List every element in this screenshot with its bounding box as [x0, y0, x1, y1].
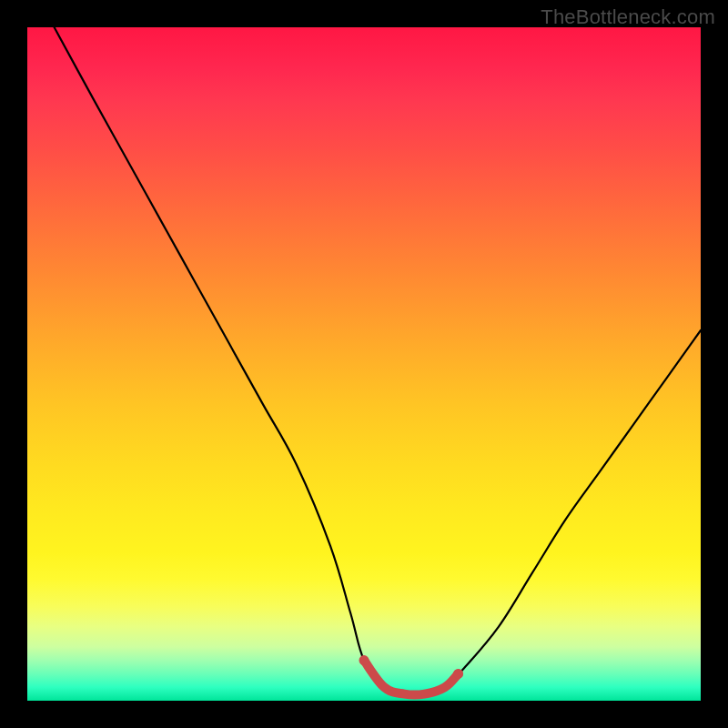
- optimal-start-dot: [359, 655, 369, 665]
- bottleneck-curve-line: [55, 27, 701, 695]
- plot-area: [27, 27, 701, 701]
- bottleneck-chart: TheBottleneck.com: [0, 0, 728, 728]
- optimal-region-highlight: [364, 661, 459, 695]
- optimal-end-dot: [453, 669, 463, 679]
- curve-layer: [27, 27, 701, 701]
- watermark-text: TheBottleneck.com: [541, 5, 715, 29]
